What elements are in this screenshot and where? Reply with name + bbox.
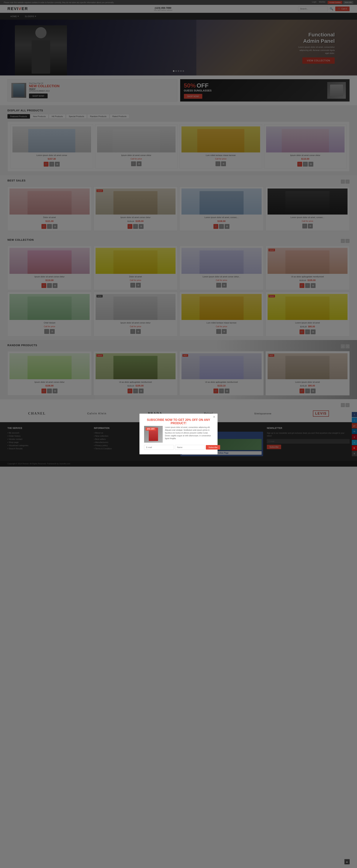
modal-discount-badge: 20% OFF bbox=[146, 427, 156, 431]
modal-close-button[interactable]: ✕ bbox=[213, 415, 215, 418]
modal-email-input[interactable] bbox=[144, 445, 174, 450]
modal-overlay[interactable]: ✕ SUBSCRIBE NOW TO GET 20% OFF ON ANY PR… bbox=[0, 0, 357, 467]
modal-form: Subscribe bbox=[144, 445, 213, 450]
modal-product-image: 20% OFF bbox=[144, 426, 163, 443]
subscribe-modal: ✕ SUBSCRIBE NOW TO GET 20% OFF ON ANY PR… bbox=[140, 414, 217, 454]
modal-description: Lorem ipsum dolor sit amet, consectetur … bbox=[165, 426, 213, 443]
modal-title: SUBSCRIBE NOW TO GET 20% OFF ON ANY PROD… bbox=[144, 418, 213, 425]
modal-subscribe-button[interactable]: Subscribe bbox=[206, 445, 220, 450]
modal-name-input[interactable] bbox=[175, 445, 205, 450]
modal-body: 20% OFF Lorem ipsum dolor sit amet, cons… bbox=[144, 426, 213, 443]
